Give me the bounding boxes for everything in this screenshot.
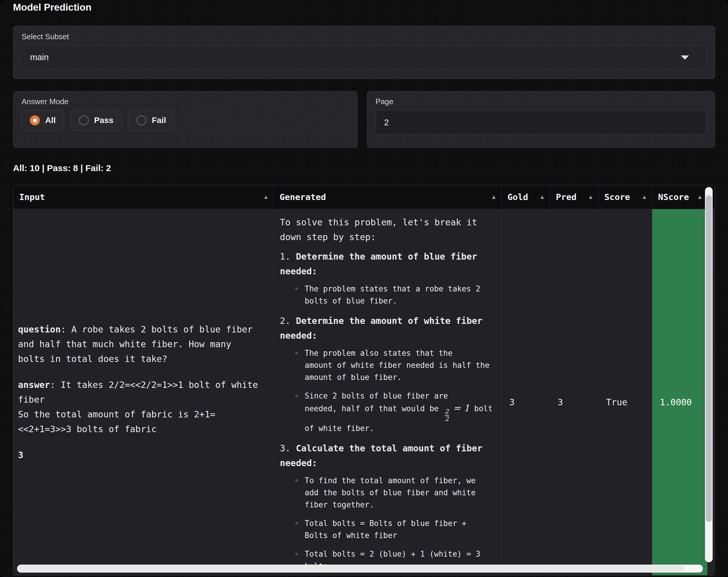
column-header-nscore[interactable]: NScore▲: [652, 185, 708, 209]
generated-bullet: ◦The problem states that a robe takes 2 …: [280, 283, 494, 307]
cell-gold[interactable]: 3: [501, 209, 550, 576]
radio-option-label: All: [45, 116, 56, 125]
results-table: Input▲Generated▲Gold▲Pred▲Score▲NScore▲ …: [13, 185, 715, 576]
radio-selected-icon: [30, 115, 40, 126]
chevron-down-icon: [681, 55, 689, 60]
radio-unselected-icon: [79, 115, 89, 126]
column-header-score[interactable]: Score▲: [598, 185, 652, 209]
generated-step-title: 3. Calculate the total amount of fiber n…: [280, 441, 494, 470]
table-body: question: A robe takes 2 bolts of blue f…: [13, 209, 715, 576]
vertical-scrollbar[interactable]: [705, 187, 713, 562]
bullet-icon: ◦: [295, 475, 299, 487]
page-title: Model Prediction: [13, 0, 715, 13]
subset-label: Select Subset: [22, 32, 706, 41]
cell-input[interactable]: question: A robe takes 2 bolts of blue f…: [13, 209, 274, 576]
input-paragraph: 3: [18, 448, 267, 463]
bullet-icon: ◦: [295, 390, 299, 402]
cell-pred[interactable]: 3: [550, 209, 598, 576]
generated-step-bullets: ◦The problem states that a robe takes 2 …: [280, 283, 494, 307]
sort-ascending-icon[interactable]: ▲: [491, 194, 497, 200]
column-header-label: Gold: [508, 192, 528, 202]
sort-ascending-icon[interactable]: ▲: [588, 194, 593, 200]
sort-ascending-icon[interactable]: ▲: [263, 194, 269, 200]
sort-ascending-icon[interactable]: ▲: [642, 194, 647, 200]
page-input[interactable]: 2: [375, 110, 706, 135]
radio-option-label: Pass: [94, 116, 113, 125]
generated-step-title: 1. Determine the amount of blue fiber ne…: [280, 249, 494, 279]
horizontal-scrollbar-thumb[interactable]: [19, 566, 684, 572]
answer-mode-label: Answer Mode: [22, 97, 349, 106]
sort-ascending-icon[interactable]: ▲: [539, 194, 545, 200]
cell-nscore[interactable]: 1.0000: [652, 209, 708, 576]
radio-unselected-icon: [136, 115, 147, 126]
answer-mode-panel: Answer Mode AllPassFail: [13, 91, 358, 148]
page-panel: Page 2: [367, 91, 715, 148]
column-header-label: Input: [19, 192, 45, 202]
subset-panel: Select Subset main: [13, 26, 715, 79]
vertical-scrollbar-thumb[interactable]: [706, 195, 712, 522]
stats-line: All: 10 | Pass: 8 | Fail: 2: [13, 163, 715, 173]
generated-step-bullets: ◦To find the total amount of fiber, we a…: [280, 475, 494, 572]
app-window: Model Prediction Select Subset main Answ…: [0, 0, 728, 577]
bullet-icon: ◦: [295, 517, 299, 529]
table-header-row: Input▲Generated▲Gold▲Pred▲Score▲NScore▲: [13, 185, 715, 209]
subset-selected-value: main: [30, 53, 49, 62]
column-header-input[interactable]: Input▲: [13, 185, 274, 209]
page-input-value: 2: [384, 118, 389, 128]
fraction: 22: [445, 408, 449, 422]
column-header-label: Score: [604, 192, 630, 202]
radio-option-label: Fail: [152, 116, 166, 125]
radio-option-all[interactable]: All: [22, 110, 64, 130]
page-label: Page: [375, 97, 706, 106]
horizontal-scrollbar[interactable]: [17, 565, 703, 573]
subset-dropdown[interactable]: main: [22, 46, 706, 69]
answer-mode-radio-group: AllPassFail: [22, 110, 349, 130]
sort-ascending-icon[interactable]: ▲: [697, 194, 703, 200]
column-header-label: Generated: [280, 192, 326, 202]
bullet-icon: ◦: [295, 347, 299, 359]
bullet-icon: ◦: [295, 283, 299, 295]
cell-generated[interactable]: To solve this problem, let's break it do…: [274, 209, 501, 576]
generated-bullet: ◦To find the total amount of fiber, we a…: [280, 475, 494, 511]
input-paragraph: question: A robe takes 2 bolts of blue f…: [18, 322, 267, 366]
generated-step-bullets: ◦The problem also states that the amount…: [280, 347, 494, 435]
input-paragraph: answer: It takes 2/2=<<2/2=1>>1 bolt of …: [18, 378, 267, 437]
column-header-label: NScore: [658, 192, 689, 202]
column-header-pred[interactable]: Pred▲: [550, 185, 598, 209]
radio-option-pass[interactable]: Pass: [71, 110, 122, 130]
bullet-icon: ◦: [295, 548, 299, 560]
column-header-generated[interactable]: Generated▲: [274, 185, 501, 209]
generated-bullet: ◦Total bolts = Bolts of blue fiber + Bol…: [280, 517, 494, 542]
generated-intro: To solve this problem, let's break it do…: [280, 215, 494, 245]
controls-row: Answer Mode AllPassFail Page 2: [13, 91, 715, 148]
radio-option-fail[interactable]: Fail: [128, 110, 174, 130]
generated-bullet: ◦The problem also states that the amount…: [280, 347, 494, 384]
cell-score[interactable]: True: [598, 209, 652, 576]
column-header-gold[interactable]: Gold▲: [501, 185, 550, 209]
generated-bullet: ◦Since 2 bolts of blue fiber are needed,…: [280, 390, 494, 435]
generated-step-title: 2. Determine the amount of white fiber n…: [280, 313, 494, 343]
column-header-label: Pred: [556, 192, 576, 202]
